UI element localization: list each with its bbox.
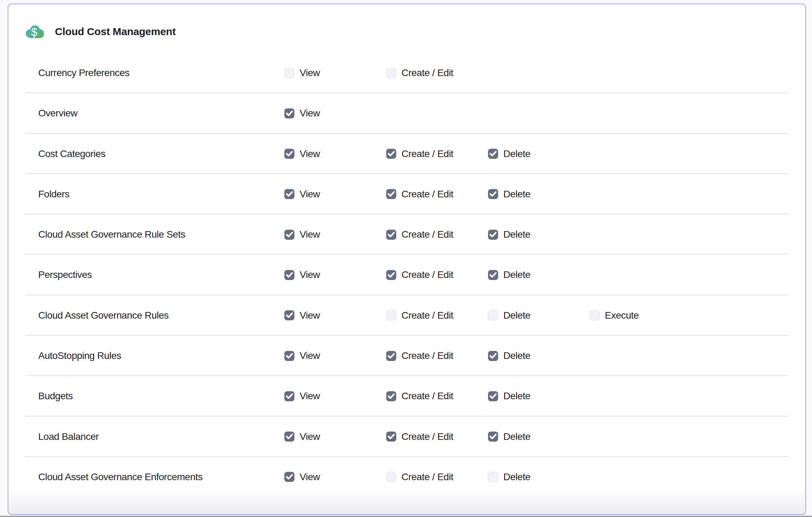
svg-text:$: $ (31, 26, 37, 38)
